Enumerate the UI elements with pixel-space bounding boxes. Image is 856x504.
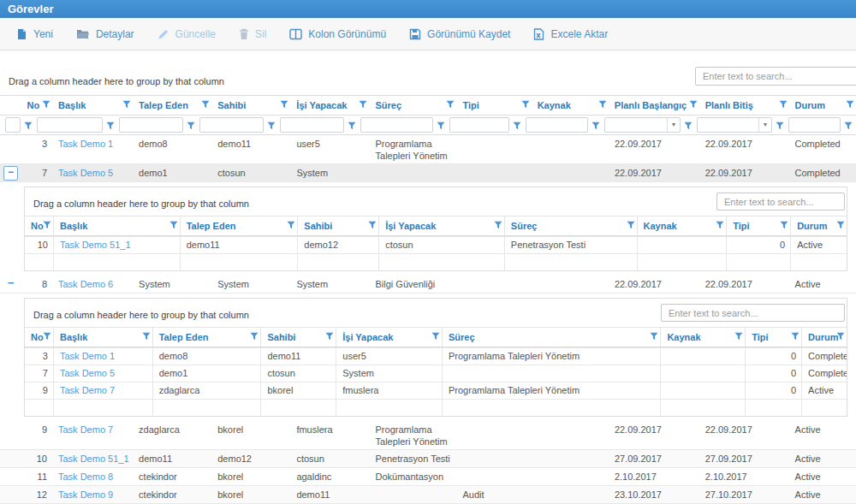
column-header-no[interactable]: No	[25, 328, 54, 347]
filter-input-baslik[interactable]	[37, 117, 103, 133]
filter-funnel-icon[interactable]	[779, 100, 788, 110]
search-input[interactable]	[716, 193, 845, 210]
column-header-tipi[interactable]: Tipi	[456, 96, 531, 115]
filter-funnel-icon[interactable]	[42, 100, 51, 110]
filter-funnel-icon[interactable]	[201, 100, 210, 110]
filter-funnel-icon[interactable]	[494, 221, 502, 231]
table-row[interactable]: 9Task Demo 7zdaglarcabkorelfmusleraProgr…	[0, 421, 856, 450]
column-header-talep-eden[interactable]: Talep Eden	[181, 216, 299, 235]
filter-funnel-icon[interactable]	[598, 100, 607, 110]
column-header-kaynak[interactable]: Kaynak	[638, 216, 728, 235]
table-row[interactable]: 3Task Demo 1demo8demo11user5Programlama …	[0, 135, 856, 164]
task-link[interactable]: Task Demo 51_1	[60, 240, 131, 250]
column-header-durum[interactable]: Durum	[791, 216, 847, 235]
column-header-baslik[interactable]: Başlık	[52, 96, 133, 115]
search-input[interactable]	[695, 67, 856, 86]
filter-funnel-icon[interactable]	[846, 100, 854, 110]
column-header-tipi[interactable]: Tipi	[727, 216, 791, 235]
column-header-isi-yapacak[interactable]: İşi Yapacak	[336, 328, 443, 347]
filter-input-surec[interactable]	[360, 117, 433, 133]
filter-input-durum[interactable]	[788, 117, 841, 133]
delete-button[interactable]: Sil	[239, 28, 266, 40]
filter-funnel-icon[interactable]	[142, 332, 151, 342]
filter-funnel-icon[interactable]	[716, 221, 724, 231]
column-header-sahibi[interactable]: Sahibi	[211, 96, 290, 115]
task-link[interactable]: Task Demo 5	[60, 368, 115, 378]
task-link[interactable]: Task Demo 5	[58, 168, 113, 178]
filter-funnel-icon[interactable]	[264, 116, 278, 133]
filter-funnel-icon[interactable]	[433, 116, 448, 133]
search-input[interactable]	[661, 304, 845, 322]
filter-funnel-icon[interactable]	[169, 221, 178, 231]
new-button[interactable]: Yeni	[15, 28, 53, 40]
table-row[interactable]: 10Task Demo 51_1demo11demo12ctosunPenetr…	[0, 450, 856, 468]
filter-funnel-icon[interactable]	[689, 100, 698, 110]
task-link[interactable]: Task Demo 8	[58, 471, 113, 482]
table-row[interactable]: 12Task Demo 9ctekindorbkoreldemo11Audit2…	[0, 486, 856, 504]
filter-input-tipi[interactable]	[449, 117, 509, 133]
table-row[interactable]: −7Task Demo 5demo1ctosunSystem22.09.2017…	[0, 164, 856, 182]
save-view-button[interactable]: Görünümü Kaydet	[409, 28, 510, 40]
collapse-button[interactable]: −	[3, 276, 15, 289]
filter-funnel-icon[interactable]	[772, 116, 787, 133]
filter-input-talep-eden[interactable]	[119, 117, 183, 133]
filter-funnel-icon[interactable]	[650, 332, 658, 342]
column-header-baslik[interactable]: Başlık	[54, 216, 181, 235]
filter-funnel-icon[interactable]	[836, 332, 845, 342]
filter-funnel-icon[interactable]	[780, 221, 788, 231]
column-header-talep-eden[interactable]: Talep Eden	[133, 96, 211, 115]
filter-funnel-icon[interactable]	[344, 116, 359, 133]
column-header-isi-yapacak[interactable]: İşi Yapacak	[290, 96, 369, 115]
filter-funnel-icon[interactable]	[521, 100, 530, 110]
calendar-dropdown-icon[interactable]: ▾	[758, 118, 771, 132]
column-header-surec[interactable]: Süreç	[443, 328, 661, 347]
column-header-baslik[interactable]: Başlık	[54, 328, 153, 347]
column-header-kaynak[interactable]: Kaynak	[532, 96, 609, 115]
table-row[interactable]: 7Task Demo 5demo1ctosunSystem0Completed	[25, 365, 847, 382]
table-row[interactable]: −8Task Demo 6SystemSystemSystemBilgi Güv…	[0, 276, 856, 294]
column-header-sahibi[interactable]: Sahibi	[298, 216, 379, 235]
filter-funnel-icon[interactable]	[103, 116, 117, 133]
filter-funnel-icon[interactable]	[446, 100, 455, 110]
filter-funnel-icon[interactable]	[43, 332, 51, 342]
export-excel-button[interactable]: Excele Aktar	[533, 28, 608, 40]
column-header-planli-bitis[interactable]: Planlı Bitiş	[699, 96, 789, 115]
filter-input-sahibi[interactable]	[199, 117, 264, 133]
filter-funnel-icon[interactable]	[791, 332, 800, 342]
filter-funnel-icon[interactable]	[509, 116, 524, 133]
filter-input-no[interactable]	[5, 117, 21, 133]
filter-funnel-icon[interactable]	[431, 332, 440, 342]
task-link[interactable]: Task Demo 1	[58, 139, 113, 149]
task-link[interactable]: Task Demo 7	[58, 424, 113, 435]
calendar-dropdown-icon[interactable]: ▾	[667, 118, 680, 132]
column-header-surec[interactable]: Süreç	[369, 96, 456, 115]
column-header-tipi[interactable]: Tipi	[746, 328, 802, 347]
table-row[interactable]: 10Task Demo 51_1demo11demo12ctosunPenetr…	[25, 236, 847, 253]
filter-funnel-icon[interactable]	[122, 100, 131, 110]
column-header-sahibi[interactable]: Sahibi	[261, 328, 336, 347]
filter-funnel-icon[interactable]	[325, 332, 334, 342]
collapse-button[interactable]: −	[3, 166, 18, 181]
task-link[interactable]: Task Demo 51_1	[58, 454, 129, 464]
filter-funnel-icon[interactable]	[359, 100, 367, 110]
filter-funnel-icon[interactable]	[280, 100, 288, 110]
task-link[interactable]: Task Demo 7	[60, 385, 115, 395]
filter-funnel-icon[interactable]	[841, 116, 855, 133]
task-link[interactable]: Task Demo 1	[60, 351, 115, 361]
filter-funnel-icon[interactable]	[250, 332, 259, 342]
column-view-button[interactable]: Kolon Görünümü	[289, 28, 386, 40]
task-link[interactable]: Task Demo 9	[58, 489, 113, 500]
column-header-isi-yapacak[interactable]: İşi Yapacak	[379, 216, 505, 235]
filter-input-planli-bitis[interactable]	[698, 119, 758, 131]
filter-funnel-icon[interactable]	[588, 116, 603, 133]
filter-funnel-icon[interactable]	[43, 221, 51, 231]
details-button[interactable]: Detaylar	[76, 28, 134, 40]
column-header-no[interactable]: No	[21, 96, 52, 115]
column-header-planli-baslangic[interactable]: Planlı Başlangıç	[609, 96, 699, 115]
filter-input-planli-baslangic[interactable]	[605, 119, 667, 131]
filter-funnel-icon[interactable]	[183, 116, 198, 133]
column-header-durum[interactable]: Durum	[802, 328, 847, 347]
filter-funnel-icon[interactable]	[627, 221, 635, 231]
filter-funnel-icon[interactable]	[21, 116, 35, 133]
column-header-durum[interactable]: Durum	[789, 96, 856, 115]
